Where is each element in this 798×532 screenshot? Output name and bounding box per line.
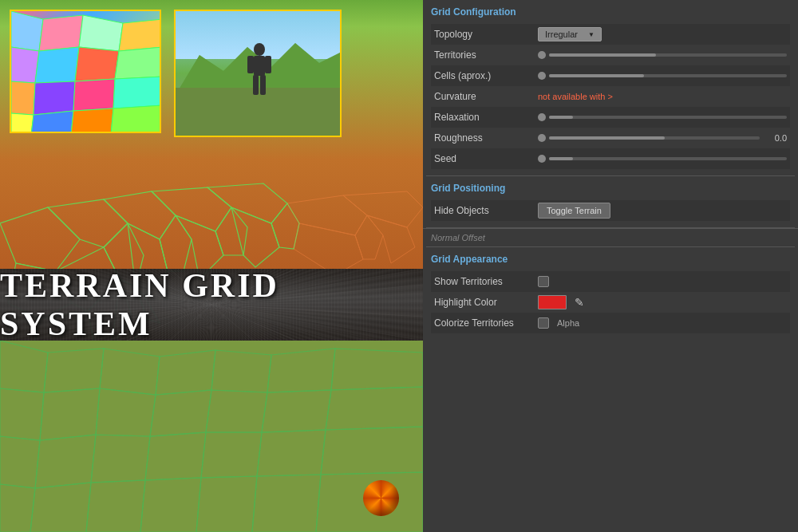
svg-marker-35: [11, 81, 35, 115]
svg-marker-39: [11, 113, 34, 133]
topology-row: Topology Irregular: [431, 24, 790, 45]
relaxation-dot: [538, 113, 546, 121]
territories-slider[interactable]: [538, 51, 787, 59]
relaxation-label: Relaxation: [434, 112, 538, 123]
seed-slider[interactable]: [538, 155, 787, 163]
roughness-label: Roughness: [434, 132, 538, 144]
grid-config-header: Grid Configuration: [431, 6, 790, 19]
striped-ball: [363, 480, 399, 516]
svg-marker-41: [71, 108, 113, 133]
svg-marker-24: [294, 223, 363, 275]
hide-objects-row: Hide Objects Toggle Terrain: [431, 200, 790, 221]
svg-marker-27: [11, 11, 43, 51]
alpha-label: Alpha: [557, 318, 579, 328]
curvature-label: Curvature: [434, 91, 538, 102]
grid-positioning-section: Grid Positioning Hide Objects Toggle Ter…: [423, 176, 798, 227]
svg-rect-49: [253, 75, 259, 95]
relaxation-track[interactable]: [549, 116, 787, 119]
territories-label: Territories: [434, 49, 538, 61]
svg-marker-29: [79, 15, 123, 51]
show-territories-control[interactable]: [538, 276, 787, 287]
svg-point-45: [254, 43, 265, 56]
relaxation-slider[interactable]: [538, 113, 787, 121]
cells-fill: [549, 74, 644, 77]
svg-marker-38: [113, 77, 161, 108]
bottom-scene: [0, 341, 423, 532]
show-territories-checkbox[interactable]: [538, 276, 549, 287]
roughness-dot: [538, 134, 546, 142]
grid-config-section: Grid Configuration Topology Irregular Te…: [423, 0, 798, 175]
seed-row: Seed: [431, 148, 790, 169]
hide-objects-control[interactable]: Toggle Terrain: [538, 203, 787, 219]
relaxation-row: Relaxation: [431, 107, 790, 128]
cells-label: Cells (aprox.): [434, 70, 538, 81]
svg-rect-48: [265, 56, 271, 73]
curvature-control: not available with >: [538, 92, 787, 101]
highlight-color-swatch[interactable]: [538, 295, 567, 309]
svg-marker-1: [48, 199, 128, 247]
hide-objects-label: Hide Objects: [434, 205, 538, 216]
territories-dot: [538, 51, 546, 59]
highlight-color-control[interactable]: ✎: [538, 295, 787, 309]
bottom-voronoi-svg: [0, 341, 423, 532]
normal-offset-section: Normal Offset: [423, 228, 798, 246]
territories-row: Territories: [431, 45, 790, 65]
highlight-color-row: Highlight Color ✎: [431, 292, 790, 313]
svg-marker-9: [160, 215, 192, 271]
preview-box-1: [10, 10, 161, 133]
svg-marker-36: [34, 81, 75, 115]
curvature-not-available: not available with >: [538, 92, 613, 101]
svg-marker-11: [215, 207, 247, 255]
roughness-slider[interactable]: 0.0: [538, 133, 787, 143]
colorize-territories-checkbox[interactable]: [538, 317, 549, 329]
grid-positioning-header: Grid Positioning: [431, 183, 790, 195]
curvature-row: Curvature not available with >: [431, 86, 790, 107]
roughness-fill: [549, 136, 665, 140]
seed-track[interactable]: [549, 157, 787, 160]
pencil-icon[interactable]: ✎: [575, 296, 584, 309]
roughness-value: 0.0: [763, 133, 787, 143]
topology-control[interactable]: Irregular: [538, 27, 787, 41]
cells-slider[interactable]: [538, 72, 787, 80]
grid-appearance-section: Grid Appearance Show Territories Highlig…: [423, 247, 798, 532]
svg-rect-46: [254, 56, 265, 76]
topology-label: Topology: [434, 29, 538, 40]
svg-rect-79: [0, 341, 423, 532]
show-territories-label: Show Territories: [434, 276, 538, 287]
highlight-color-label: Highlight Color: [434, 297, 538, 308]
toggle-terrain-button[interactable]: Toggle Terrain: [538, 203, 610, 219]
svg-marker-0: [0, 207, 80, 271]
svg-rect-50: [260, 75, 266, 95]
colorize-territories-label: Colorize Territories: [434, 317, 538, 329]
cells-track[interactable]: [549, 74, 787, 77]
relaxation-fill: [549, 116, 573, 119]
svg-marker-33: [75, 47, 119, 81]
svg-marker-42: [111, 105, 161, 133]
colorize-territories-control[interactable]: Alpha: [538, 317, 787, 329]
svg-marker-34: [115, 47, 161, 79]
svg-marker-4: [207, 183, 287, 223]
svg-rect-47: [247, 56, 254, 73]
svg-marker-30: [119, 19, 161, 51]
grid-appearance-header: Grid Appearance: [431, 254, 790, 266]
cells-dot: [538, 72, 546, 80]
title-banner: Terrain Grid System: [0, 269, 423, 341]
roughness-row: Roughness 0.0: [431, 128, 790, 148]
svg-marker-31: [11, 47, 39, 83]
cells-row: Cells (aprox.): [431, 65, 790, 86]
normal-offset-label: Normal Offset: [431, 233, 485, 242]
svg-marker-28: [39, 15, 83, 51]
show-territories-row: Show Territories: [431, 271, 790, 292]
territories-track[interactable]: [549, 53, 787, 57]
seed-fill: [549, 157, 573, 160]
svg-marker-26: [367, 215, 415, 263]
scene-area: Terrain Grid System: [0, 0, 423, 532]
svg-marker-25: [355, 215, 383, 259]
roughness-track[interactable]: [549, 136, 760, 140]
topology-dropdown[interactable]: Irregular: [538, 27, 602, 41]
svg-marker-32: [35, 47, 79, 83]
svg-marker-23: [343, 191, 423, 227]
seed-dot: [538, 155, 546, 163]
svg-marker-40: [31, 111, 73, 133]
svg-marker-37: [73, 79, 115, 111]
